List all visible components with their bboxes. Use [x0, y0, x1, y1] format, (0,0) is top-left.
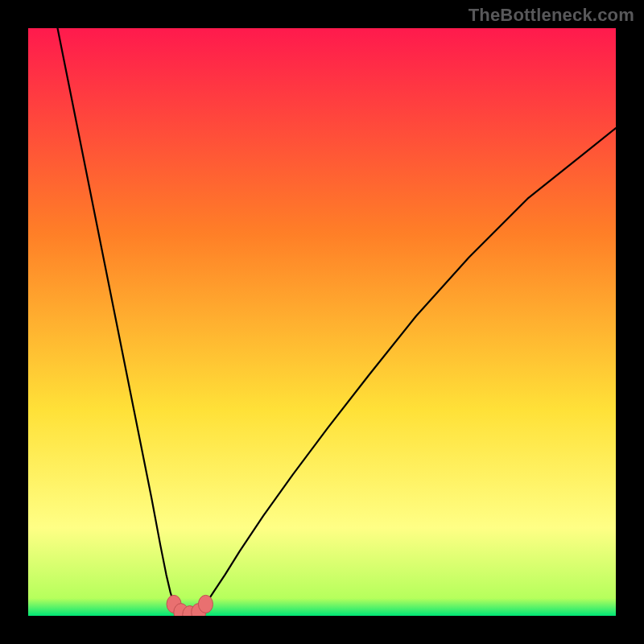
chart-svg	[28, 28, 616, 616]
bottleneck-point	[198, 595, 213, 613]
chart-frame: TheBottleneck.com	[0, 0, 644, 644]
plot-area	[28, 28, 616, 616]
watermark-text: TheBottleneck.com	[469, 5, 634, 26]
